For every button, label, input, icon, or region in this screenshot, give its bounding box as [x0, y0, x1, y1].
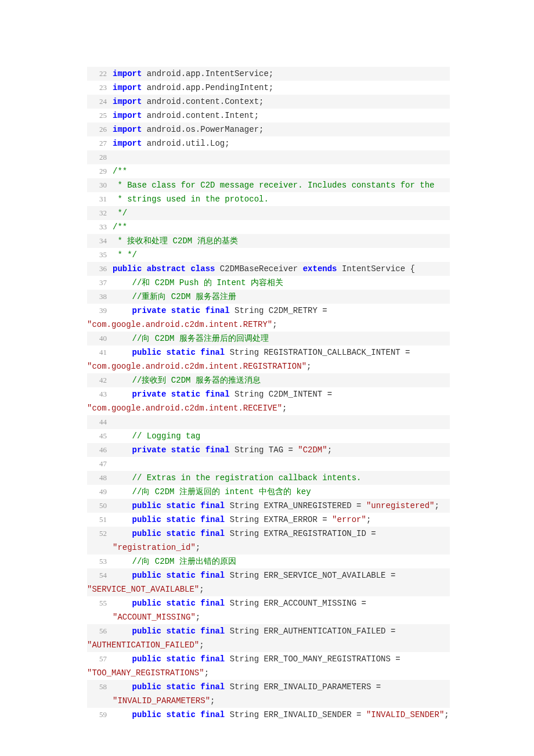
line-number: 46 [87, 443, 107, 457]
line-number: 48 [87, 471, 107, 485]
line-number: 56 [87, 624, 107, 638]
line-number: 36 [87, 262, 107, 276]
line-number: 29 [87, 164, 107, 178]
code-line: 56 public static final String ERR_AUTHEN… [87, 624, 450, 638]
code-line: 40 //向 C2DM 服务器注册后的回调处理 [87, 332, 450, 345]
code-line: 32 */ [87, 206, 450, 220]
code-content: /** [107, 220, 450, 234]
line-number: 59 [87, 708, 107, 722]
line-number: 44 [87, 415, 107, 429]
code-line: 41 public static final String REGISTRATI… [87, 345, 450, 359]
code-line: 39 private static final String C2DM_RETR… [87, 304, 450, 318]
line-number: 40 [87, 332, 107, 345]
code-content: public static final String EXTRA_UNREGIS… [107, 499, 450, 513]
code-content: // Logging tag [107, 429, 450, 443]
code-line: 53 //向 C2DM 注册出错的原因 [87, 555, 450, 568]
code-line: 42 //接收到 C2DM 服务器的推送消息 [87, 373, 450, 387]
code-content: import android.util.Log; [107, 136, 450, 150]
code-line: 38 //重新向 C2DM 服务器注册 [87, 290, 450, 304]
line-number: 51 [87, 513, 107, 527]
code-line: 31 * strings used in the protocol. [87, 192, 450, 206]
code-content: "AUTHENTICATION_FAILED"; [87, 638, 450, 652]
code-content: public static final String EXTRA_REGISTR… [107, 527, 450, 555]
code-line: 49 //向 C2DM 注册返回的 intent 中包含的 key [87, 485, 450, 499]
code-content: * Base class for C2D message receiver. I… [107, 178, 450, 192]
code-content: "SERVICE_NOT_AVAILABLE"; [87, 582, 450, 596]
code-line: 57 public static final String ERR_TOO_MA… [87, 652, 450, 666]
line-number: 35 [87, 248, 107, 262]
line-number: 28 [87, 150, 107, 164]
document-page: 22import android.app.IntentService;23imp… [0, 0, 534, 756]
code-content: // Extras in the registration callback i… [107, 471, 450, 485]
line-number: 25 [87, 109, 107, 123]
line-number: 24 [87, 95, 107, 109]
line-number: 33 [87, 220, 107, 234]
line-number: 58 [87, 680, 107, 694]
code-content: public static final String ERR_SERVICE_N… [107, 568, 450, 582]
code-line: 26import android.os.PowerManager; [87, 123, 450, 136]
code-content: private static final String C2DM_RETRY = [107, 304, 450, 318]
line-number: 31 [87, 192, 107, 206]
code-content: //向 C2DM 注册出错的原因 [107, 555, 450, 568]
code-listing: 22import android.app.IntentService;23imp… [87, 67, 450, 722]
code-line-wrap: "TOO_MANY_REGISTRATIONS"; [87, 666, 450, 680]
code-line: 43 private static final String C2DM_INTE… [87, 387, 450, 401]
code-content: public static final String ERR_ACCOUNT_M… [107, 596, 450, 624]
code-line: 24import android.content.Context; [87, 95, 450, 109]
code-content: * 接收和处理 C2DM 消息的基类 [107, 234, 450, 248]
code-line-wrap: "AUTHENTICATION_FAILED"; [87, 638, 450, 652]
line-number: 38 [87, 290, 107, 304]
code-line: 29/** [87, 164, 450, 178]
code-line: 55 public static final String ERR_ACCOUN… [87, 596, 450, 624]
code-content: import android.app.PendingIntent; [107, 81, 450, 95]
code-line: 34 * 接收和处理 C2DM 消息的基类 [87, 234, 450, 248]
line-number: 52 [87, 527, 107, 541]
code-content: "com.google.android.c2dm.intent.RECEIVE"… [87, 401, 450, 415]
code-content: //向 C2DM 服务器注册后的回调处理 [107, 332, 450, 345]
code-line: 22import android.app.IntentService; [87, 67, 450, 81]
code-line: 52 public static final String EXTRA_REGI… [87, 527, 450, 555]
code-content: * strings used in the protocol. [107, 192, 450, 206]
code-content: */ [107, 206, 450, 220]
line-number: 57 [87, 652, 107, 666]
code-line: 25import android.content.Intent; [87, 109, 450, 123]
code-line: 51 public static final String EXTRA_ERRO… [87, 513, 450, 527]
code-line-wrap: "SERVICE_NOT_AVAILABLE"; [87, 582, 450, 596]
line-number: 54 [87, 568, 107, 582]
line-number: 32 [87, 206, 107, 220]
code-line-wrap: "com.google.android.c2dm.intent.RETRY"; [87, 318, 450, 332]
code-content: public static final String ERR_INVALID_P… [107, 680, 450, 708]
code-line: 47 [87, 457, 450, 471]
code-content: import android.content.Context; [107, 95, 450, 109]
code-content: /** [107, 164, 450, 178]
line-number: 23 [87, 81, 107, 95]
code-line: 27import android.util.Log; [87, 136, 450, 150]
code-line-wrap: "com.google.android.c2dm.intent.REGISTRA… [87, 359, 450, 373]
line-number: 41 [87, 345, 107, 359]
code-line: 45 // Logging tag [87, 429, 450, 443]
code-line: 44 [87, 415, 450, 429]
code-content: import android.app.IntentService; [107, 67, 450, 81]
line-number: 47 [87, 457, 107, 471]
code-line: 33/** [87, 220, 450, 234]
code-content: "com.google.android.c2dm.intent.RETRY"; [87, 318, 450, 332]
line-number: 45 [87, 429, 107, 443]
line-number: 49 [87, 485, 107, 499]
line-number: 37 [87, 276, 107, 290]
code-line: 28 [87, 150, 450, 164]
line-number: 43 [87, 387, 107, 401]
code-content: "com.google.android.c2dm.intent.REGISTRA… [87, 359, 450, 373]
code-line: 54 public static final String ERR_SERVIC… [87, 568, 450, 582]
code-content: public static final String ERR_AUTHENTIC… [107, 624, 450, 638]
code-content: public static final String ERR_TOO_MANY_… [107, 652, 450, 666]
code-content: public static final String REGISTRATION_… [107, 345, 450, 359]
line-number: 22 [87, 67, 107, 81]
line-number: 42 [87, 373, 107, 387]
code-line: 37 //和 C2DM Push 的 Intent 内容相关 [87, 276, 450, 290]
code-line: 46 private static final String TAG = "C2… [87, 443, 450, 457]
line-number: 39 [87, 304, 107, 318]
code-line: 35 * */ [87, 248, 450, 262]
code-content: //和 C2DM Push 的 Intent 内容相关 [107, 276, 450, 290]
code-line: 58 public static final String ERR_INVALI… [87, 680, 450, 708]
line-number: 55 [87, 596, 107, 610]
